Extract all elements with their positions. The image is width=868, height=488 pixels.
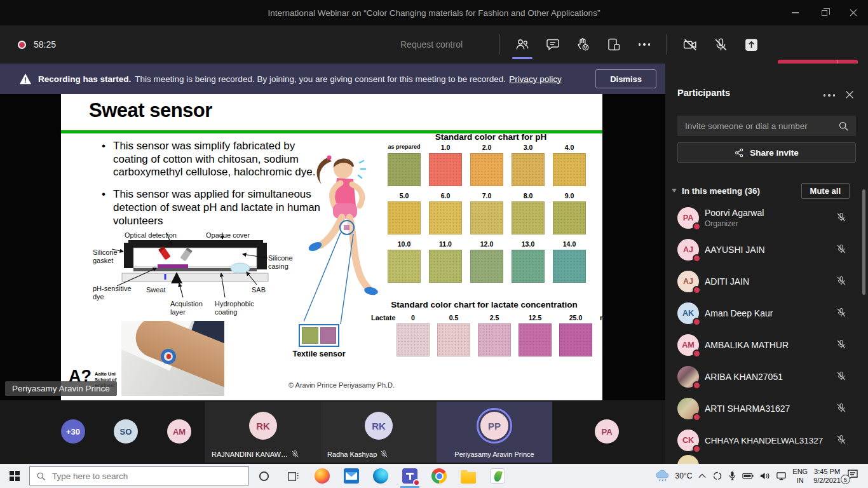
task-view-button[interactable] bbox=[278, 464, 308, 488]
tray-battery-icon[interactable] bbox=[742, 472, 754, 480]
textile-ph-swatch bbox=[302, 327, 318, 344]
privacy-policy-link[interactable]: Privacy policy bbox=[509, 74, 562, 84]
avatar: PP bbox=[480, 412, 508, 440]
ph-label: 9.0 bbox=[553, 192, 586, 201]
diagram-label-sweat: Sweat bbox=[146, 286, 166, 294]
language-code: ENG bbox=[792, 467, 808, 476]
taskbar-mail-button[interactable] bbox=[337, 464, 366, 488]
participant-row[interactable]: CK CHHAYA KHANDELWAL31327 bbox=[665, 424, 868, 456]
toolbar-divider bbox=[666, 34, 667, 55]
ph-label: 2.0 bbox=[470, 144, 503, 153]
tray-mic-icon[interactable] bbox=[728, 471, 736, 481]
taskbar-explorer-button[interactable] bbox=[454, 464, 483, 488]
minimize-icon bbox=[792, 12, 799, 13]
breakout-rooms-icon bbox=[606, 37, 621, 52]
panel-more-button[interactable] bbox=[824, 94, 836, 97]
share-icon bbox=[735, 148, 744, 158]
action-center-button[interactable]: 5 bbox=[846, 468, 863, 484]
overflow-count-avatar[interactable]: +30 bbox=[61, 419, 85, 444]
taskbar-firefox-button[interactable] bbox=[308, 464, 337, 488]
restore-button[interactable] bbox=[810, 0, 839, 25]
textile-lactate-swatch bbox=[320, 327, 337, 344]
participant-name: Aman Deep Kaur bbox=[705, 308, 773, 318]
in-meeting-section-header[interactable]: In this meeting (36) bbox=[682, 186, 760, 196]
participant-row[interactable]: AK Aman Deep Kaur bbox=[665, 297, 868, 329]
panel-scrollbar[interactable] bbox=[862, 189, 865, 295]
share-invite-button[interactable]: Share invite bbox=[677, 142, 856, 163]
avatar: AJ bbox=[677, 239, 699, 261]
taskbar-edge-button[interactable] bbox=[366, 464, 395, 488]
ph-label: 3.0 bbox=[512, 144, 545, 153]
dismiss-button[interactable]: Dismiss bbox=[595, 69, 656, 88]
panel-close-button[interactable] bbox=[845, 90, 854, 102]
participant-row[interactable]: AJ ADITI JAIN bbox=[665, 266, 868, 297]
ph-swatch bbox=[512, 250, 545, 283]
invite-input[interactable] bbox=[677, 116, 856, 136]
participant-avatar[interactable]: AM bbox=[167, 419, 191, 444]
diagram-label-hydrophobic-coating: Hydrophobic coating bbox=[215, 300, 257, 316]
tray-network-icon[interactable] bbox=[776, 471, 787, 480]
arm-sensor-photo bbox=[121, 321, 224, 396]
tray-volume-icon[interactable] bbox=[759, 471, 770, 480]
chrome-icon bbox=[431, 468, 447, 484]
weather-icon[interactable] bbox=[654, 470, 670, 482]
participant-avatar[interactable]: SO bbox=[114, 419, 138, 444]
arm-sensor-dot bbox=[161, 349, 176, 364]
tray-circle-icon[interactable] bbox=[712, 471, 722, 481]
avatar-initials: PA bbox=[683, 214, 693, 222]
participant-row[interactable]: PA Poorvi Agarwal Organizer bbox=[665, 202, 868, 234]
participant-row[interactable]: ARTI SHARMA31627 bbox=[665, 393, 868, 424]
participant-avatar[interactable]: PA bbox=[595, 419, 619, 444]
share-invite-label: Share invite bbox=[750, 148, 799, 158]
participants-toolbar-button[interactable] bbox=[511, 33, 534, 56]
taskbar-chrome-button[interactable] bbox=[424, 464, 454, 488]
participant-name: ADITI JAIN bbox=[705, 276, 749, 287]
ph-label: 10.0 bbox=[388, 240, 421, 250]
video-tile[interactable]: RK Radha Kashyap bbox=[321, 402, 437, 463]
mute-all-button[interactable]: Mute all bbox=[801, 183, 850, 199]
lactate-swatch bbox=[478, 323, 511, 356]
clock-date: 9/2/2021 bbox=[813, 476, 841, 485]
start-button[interactable] bbox=[0, 464, 29, 488]
presenter-name-tag: Periyasamy Aravin Prince bbox=[5, 381, 117, 396]
ph-label: 7.0 bbox=[470, 192, 503, 201]
participant-role: Organizer bbox=[705, 219, 738, 228]
avatar-initials: AK bbox=[682, 309, 694, 318]
ph-swatch bbox=[512, 153, 545, 186]
cortana-button[interactable] bbox=[249, 464, 278, 488]
taskbar-search[interactable] bbox=[29, 466, 249, 485]
tray-expand-chevron-icon[interactable] bbox=[698, 472, 707, 480]
lactate-label: 0 bbox=[397, 314, 430, 322]
avatar: RK bbox=[365, 412, 393, 440]
video-tile-speaking[interactable]: PP Periyasamy Aravin Prince bbox=[437, 402, 552, 463]
participant-name: AAYUSHI JAIN bbox=[705, 245, 765, 255]
mic-toggle-button[interactable] bbox=[709, 33, 732, 56]
taskbar-coreldraw-button[interactable] bbox=[483, 464, 512, 488]
presence-busy-badge bbox=[693, 349, 701, 358]
share-screen-button[interactable] bbox=[740, 33, 763, 56]
ph-label: 11.0 bbox=[429, 240, 462, 250]
taskbar-teams-button[interactable] bbox=[395, 464, 424, 488]
diagram-label-opaque-cover: Opaque cover bbox=[206, 231, 250, 240]
video-tile[interactable]: RK RAJNANDINI KANAW… bbox=[205, 402, 321, 463]
more-options-toolbar-button[interactable] bbox=[633, 33, 656, 56]
chat-toolbar-button[interactable] bbox=[541, 33, 564, 56]
close-button[interactable] bbox=[839, 0, 868, 25]
participant-row[interactable]: AJ AAYUSHI JAIN bbox=[665, 234, 868, 266]
reactions-toolbar-button[interactable] bbox=[572, 33, 595, 56]
camera-toggle-button[interactable] bbox=[679, 33, 702, 56]
participant-row[interactable]: AM AMBALIKA MATHUR bbox=[665, 329, 868, 361]
close-icon bbox=[845, 90, 854, 99]
more-icon bbox=[639, 43, 651, 46]
breakout-rooms-toolbar-button[interactable] bbox=[602, 33, 625, 56]
lactate-swatch bbox=[397, 323, 430, 356]
temperature-label[interactable]: 30°C bbox=[675, 471, 693, 480]
minimize-button[interactable] bbox=[780, 0, 810, 25]
request-control-button[interactable]: Request control bbox=[400, 25, 463, 64]
participant-row[interactable]: ARIBA KHAN27051 bbox=[665, 361, 868, 393]
taskbar-search-input[interactable] bbox=[52, 471, 224, 481]
ph-swatch bbox=[429, 250, 462, 283]
language-indicator[interactable]: ENG IN bbox=[792, 467, 808, 485]
taskbar-clock[interactable]: 3:45 PM 9/2/2021 bbox=[813, 467, 841, 485]
mic-off-icon bbox=[836, 339, 846, 349]
